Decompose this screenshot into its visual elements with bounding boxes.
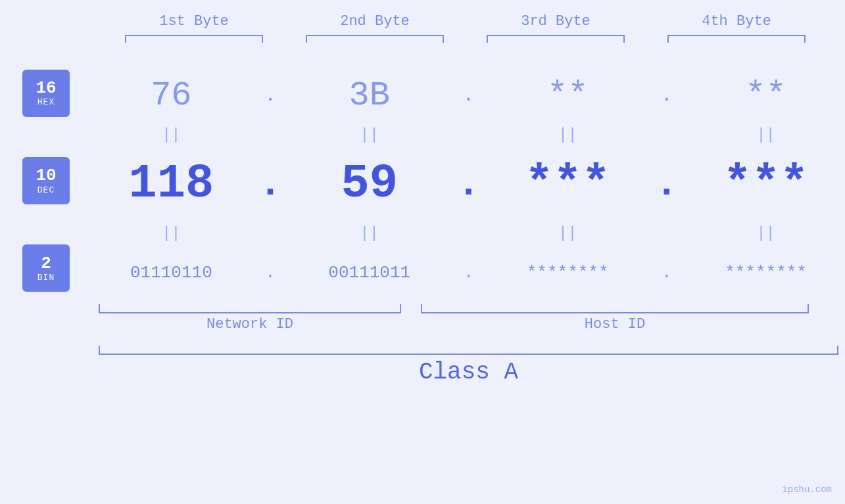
byte4-header: 4th Byte [664,13,809,30]
bracket-byte2 [306,35,444,43]
hex-byte3-value: ** [547,76,588,115]
hex-badge-label: HEX [37,97,55,107]
dec-byte3-cell: *** [495,157,640,211]
hex-byte2-value: 3B [349,76,390,115]
dec-row: 118 . 59 . *** . *** [92,148,845,220]
network-id-bracket [99,304,401,313]
bin-badge-label: BIN [37,273,55,283]
bin-byte2-value: 00111011 [328,263,410,283]
hex-row: 76 . 3B . ** . ** [92,69,845,122]
dec-byte1-cell: 118 [99,157,243,211]
eq1-byte1: || [99,126,243,144]
byte1-header: 1st Byte [122,13,266,30]
class-bracket [99,346,838,355]
hex-byte4-value: ** [745,76,786,115]
watermark: ipshu.com [782,484,832,495]
byte-headers: 1st Byte 2nd Byte 3rd Byte 4th Byte [104,13,827,30]
bracket-byte1 [125,35,263,43]
top-brackets [104,35,827,43]
equals-row-2: || || || || [92,220,845,246]
bin-badge-number: 2 [41,254,51,273]
dec-sep3: . [654,162,680,206]
dec-badge-label: DEC [37,185,55,195]
dec-byte2-cell: 59 [297,157,442,211]
dec-byte4-value: *** [723,157,809,211]
bin-byte1-value: 01110110 [130,263,212,283]
bin-byte3-cell: ******** [495,263,640,283]
byte2-header: 2nd Byte [302,13,447,30]
hex-byte4-cell: ** [694,76,838,115]
badges-column: 16 HEX 10 DEC 2 BIN [0,62,92,299]
eq1-byte4: || [694,126,838,144]
class-label: Class A [419,359,518,386]
bin-sep2: . [455,264,481,282]
dec-byte2-value: 59 [341,157,398,211]
dec-byte4-cell: *** [694,157,838,211]
bin-byte4-value: ******** [725,263,807,283]
bin-sep1: . [257,264,283,282]
hex-sep3: . [654,85,680,106]
hex-byte1-value: 76 [151,76,191,115]
eq1-byte3: || [495,126,640,144]
byte3-header: 3rd Byte [483,13,628,30]
bin-sep3: . [654,264,680,282]
hex-sep1: . [257,85,283,106]
eq2-byte2: || [297,225,442,242]
eq2-byte1: || [99,225,243,242]
bin-byte4-cell: ******** [694,263,838,283]
dec-byte1-value: 118 [129,157,214,211]
hex-byte3-cell: ** [495,76,640,115]
dec-sep2: . [455,162,481,206]
network-id-label: Network ID [206,316,293,332]
dec-byte3-value: *** [525,157,610,211]
bin-badge: 2 BIN [22,244,70,292]
main-container: 1st Byte 2nd Byte 3rd Byte 4th Byte 16 H… [0,0,845,504]
host-id-bracket [421,304,809,313]
bracket-byte3 [487,35,625,43]
bin-row: 01110110 . 00111011 . ******** . *******… [92,246,845,299]
hex-sep2: . [455,85,481,106]
dec-badge: 10 DEC [22,157,70,204]
eq1-byte2: || [297,126,442,144]
host-id-label: Host ID [585,316,645,332]
bin-byte3-value: ******** [527,263,609,283]
eq2-byte3: || [495,225,640,242]
data-rows: 76 . 3B . ** . ** || || [92,62,845,299]
equals-row-1: || || || || [92,122,845,148]
hex-badge-number: 16 [36,79,56,98]
hex-byte1-cell: 76 [99,76,243,115]
eq2-byte4: || [694,225,838,242]
dec-badge-number: 10 [36,166,56,185]
hex-byte2-cell: 3B [297,76,442,115]
hex-badge: 16 HEX [22,70,70,117]
bin-byte2-cell: 00111011 [297,263,442,283]
bin-byte1-cell: 01110110 [99,263,243,283]
dec-sep1: . [257,162,283,206]
bracket-byte4 [667,35,806,43]
